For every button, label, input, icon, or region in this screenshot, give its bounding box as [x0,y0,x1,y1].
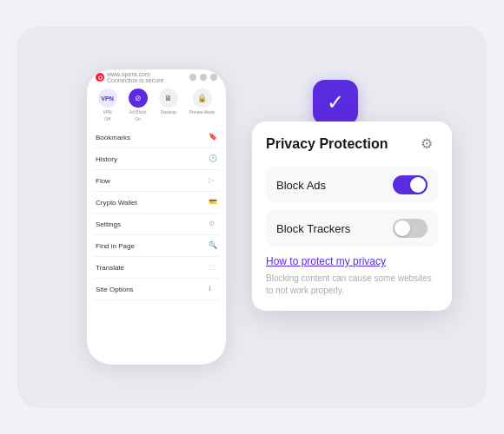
menu-item-settings[interactable]: Settings ⚙ [94,214,219,235]
bookmarks-icon: 🔖 [209,133,217,141]
menu-label-translate: Translate [96,264,124,272]
phone-status-bar: www.opera.com Connection is secure [87,69,226,85]
adblock-quick-item[interactable]: ⊘ Ad Block On [129,89,148,122]
privacy-settings-icon[interactable]: ⚙ [421,135,438,153]
phone-menu: Bookmarks 🔖 History 🕐 Flow ▷ Crypto Wall… [87,127,226,365]
vpn-label: VPN [103,109,111,115]
menu-label-find: Find in Page [96,242,135,250]
opera-logo [96,73,104,82]
phone-quick-access: VPN VPN Off ⊘ Ad Block On 🖥 Desktop [87,85,226,127]
phone-mockup: www.opera.com Connection is secure VPN V… [87,69,226,365]
menu-label-flow: Flow [96,177,110,185]
private-mode-icon[interactable]: 🔒 [193,89,212,108]
private-quick-item[interactable]: 🔒 Private Mode [189,89,215,122]
block-ads-knob [410,177,426,193]
wallet-icon: 💳 [209,198,217,207]
block-trackers-knob [395,220,410,236]
block-ads-row: Block Ads [266,167,438,203]
phone-url: www.opera.com [107,71,163,77]
menu-label-site-options: Site Options [96,286,134,293]
menu-item-translate[interactable]: Translate ⬚ [94,257,219,279]
flow-icon: ▷ [209,176,217,185]
reload-icon[interactable] [189,74,196,81]
vpn-icon[interactable]: VPN [98,89,117,108]
privacy-link[interactable]: How to protect my privacy [266,255,438,267]
menu-label-wallet: Crypto Wallet [96,199,137,207]
adblock-label: Ad Block [129,109,147,115]
privacy-note: Blocking content can cause some websites… [266,273,438,297]
menu-item-history[interactable]: History 🕐 [94,148,219,170]
desktop-quick-item[interactable]: 🖥 Desktop [159,89,178,122]
privacy-card-header: Privacy Protection ⚙ [266,135,438,153]
bookmark-icon[interactable] [210,74,217,81]
shield-check-icon: ✓ [327,90,344,115]
desktop-icon[interactable]: 🖥 [159,89,178,108]
history-icon: 🕐 [209,155,217,163]
private-mode-label: Private Mode [189,109,215,115]
block-ads-label: Block Ads [276,179,326,192]
block-ads-toggle[interactable] [393,175,428,194]
url-action-icons [189,74,217,81]
menu-item-flow[interactable]: Flow ▷ [94,170,219,192]
settings-icon: ⚙ [209,220,217,228]
phone-connection: Connection is secure [107,77,163,83]
menu-item-wallet[interactable]: Crypto Wallet 💳 [94,192,219,214]
block-trackers-row: Block Trackers [266,210,438,247]
site-options-icon: ℹ [209,285,217,293]
menu-label-settings: Settings [96,220,121,228]
translate-icon: ⬚ [209,263,217,272]
desktop-label: Desktop [161,109,176,115]
menu-label-history: History [96,155,117,163]
block-trackers-toggle[interactable] [393,219,428,238]
menu-label-bookmarks: Bookmarks [96,134,130,141]
privacy-card: Privacy Protection ⚙ Block Ads Block Tra… [252,122,452,311]
adblock-sublabel: On [135,116,141,122]
block-trackers-label: Block Trackers [276,222,350,235]
menu-item-site-options[interactable]: Site Options ℹ [94,279,219,300]
adblock-icon[interactable]: ⊘ [129,89,148,108]
scene: www.opera.com Connection is secure VPN V… [17,26,487,408]
vpn-sublabel: Off [104,116,110,122]
privacy-card-title: Privacy Protection [266,136,388,152]
menu-item-bookmarks[interactable]: Bookmarks 🔖 [94,127,219,148]
vpn-quick-item[interactable]: VPN VPN Off [98,89,117,122]
shield-badge: ✓ [313,80,358,125]
download-icon[interactable] [200,74,207,81]
find-icon: 🔍 [209,241,217,250]
menu-item-find[interactable]: Find in Page 🔍 [94,235,219,257]
